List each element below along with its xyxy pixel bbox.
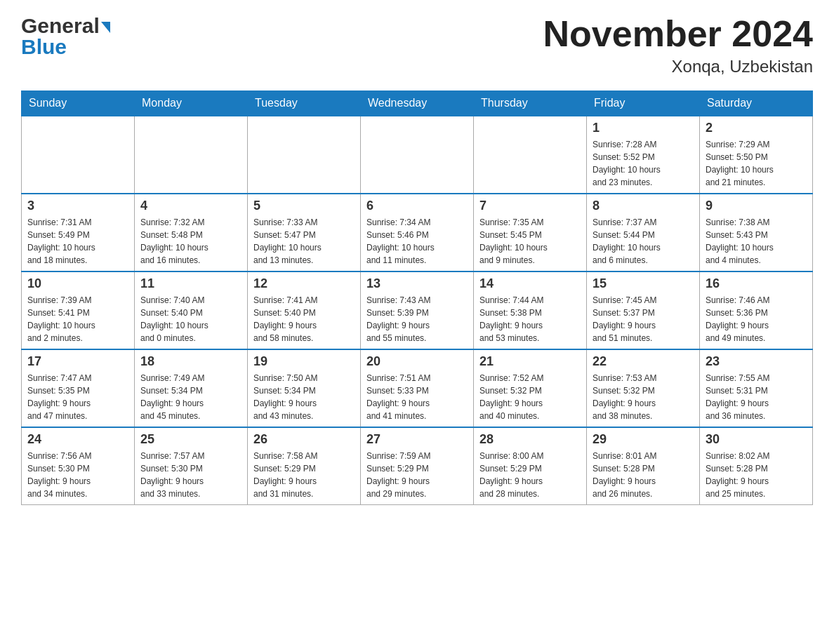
day-cell: 25Sunrise: 7:57 AM Sunset: 5:30 PM Dayli… — [135, 427, 248, 505]
day-info: Sunrise: 7:51 AM Sunset: 5:33 PM Dayligh… — [366, 372, 468, 422]
day-cell: 9Sunrise: 7:38 AM Sunset: 5:43 PM Daylig… — [700, 194, 813, 271]
weekday-header-sunday: Sunday — [22, 91, 135, 116]
day-number: 29 — [593, 432, 694, 447]
day-cell — [135, 116, 248, 194]
day-cell: 22Sunrise: 7:53 AM Sunset: 5:32 PM Dayli… — [587, 349, 700, 427]
day-cell: 14Sunrise: 7:44 AM Sunset: 5:38 PM Dayli… — [474, 271, 587, 349]
day-cell: 12Sunrise: 7:41 AM Sunset: 5:40 PM Dayli… — [248, 271, 361, 349]
day-cell: 28Sunrise: 8:00 AM Sunset: 5:29 PM Dayli… — [474, 427, 587, 505]
day-number: 4 — [140, 199, 241, 213]
weekday-header-monday: Monday — [135, 91, 248, 116]
week-row-3: 10Sunrise: 7:39 AM Sunset: 5:41 PM Dayli… — [22, 271, 813, 349]
weekday-header-wednesday: Wednesday — [361, 91, 474, 116]
title-area: November 2024 Xonqa, Uzbekistan — [543, 14, 813, 76]
day-info: Sunrise: 7:39 AM Sunset: 5:41 PM Dayligh… — [27, 294, 128, 344]
weekday-header-tuesday: Tuesday — [248, 91, 361, 116]
day-cell: 8Sunrise: 7:37 AM Sunset: 5:44 PM Daylig… — [587, 194, 700, 271]
day-info: Sunrise: 7:37 AM Sunset: 5:44 PM Dayligh… — [593, 216, 694, 267]
day-cell: 18Sunrise: 7:49 AM Sunset: 5:34 PM Dayli… — [135, 349, 248, 427]
day-info: Sunrise: 7:57 AM Sunset: 5:30 PM Dayligh… — [140, 450, 241, 500]
day-cell: 3Sunrise: 7:31 AM Sunset: 5:49 PM Daylig… — [22, 194, 135, 271]
day-cell — [361, 116, 474, 194]
day-cell: 19Sunrise: 7:50 AM Sunset: 5:34 PM Dayli… — [248, 349, 361, 427]
day-cell: 13Sunrise: 7:43 AM Sunset: 5:39 PM Dayli… — [361, 271, 474, 349]
day-info: Sunrise: 7:38 AM Sunset: 5:43 PM Dayligh… — [706, 216, 807, 267]
location-title: Xonqa, Uzbekistan — [543, 57, 813, 76]
day-info: Sunrise: 7:35 AM Sunset: 5:45 PM Dayligh… — [479, 216, 581, 267]
day-cell: 27Sunrise: 7:59 AM Sunset: 5:29 PM Dayli… — [361, 427, 474, 505]
day-number: 8 — [593, 199, 694, 213]
day-info: Sunrise: 7:55 AM Sunset: 5:31 PM Dayligh… — [706, 372, 807, 422]
day-info: Sunrise: 7:43 AM Sunset: 5:39 PM Dayligh… — [366, 294, 468, 344]
day-cell: 11Sunrise: 7:40 AM Sunset: 5:40 PM Dayli… — [135, 271, 248, 349]
day-number: 5 — [253, 199, 355, 213]
day-number: 13 — [366, 276, 468, 291]
day-cell: 29Sunrise: 8:01 AM Sunset: 5:28 PM Dayli… — [587, 427, 700, 505]
day-info: Sunrise: 7:28 AM Sunset: 5:52 PM Dayligh… — [593, 138, 694, 189]
day-number: 15 — [593, 276, 694, 291]
day-number: 18 — [140, 354, 241, 369]
day-info: Sunrise: 7:33 AM Sunset: 5:47 PM Dayligh… — [253, 216, 355, 267]
day-cell: 5Sunrise: 7:33 AM Sunset: 5:47 PM Daylig… — [248, 194, 361, 271]
day-cell: 21Sunrise: 7:52 AM Sunset: 5:32 PM Dayli… — [474, 349, 587, 427]
day-info: Sunrise: 7:44 AM Sunset: 5:38 PM Dayligh… — [479, 294, 581, 344]
day-info: Sunrise: 7:29 AM Sunset: 5:50 PM Dayligh… — [706, 138, 807, 189]
day-number: 25 — [140, 432, 241, 447]
logo: General Blue — [21, 14, 110, 59]
day-cell — [22, 116, 135, 194]
day-number: 7 — [479, 199, 581, 213]
weekday-header-saturday: Saturday — [700, 91, 813, 116]
day-cell: 2Sunrise: 7:29 AM Sunset: 5:50 PM Daylig… — [700, 116, 813, 194]
day-info: Sunrise: 7:46 AM Sunset: 5:36 PM Dayligh… — [706, 294, 807, 344]
day-cell: 15Sunrise: 7:45 AM Sunset: 5:37 PM Dayli… — [587, 271, 700, 349]
day-cell: 17Sunrise: 7:47 AM Sunset: 5:35 PM Dayli… — [22, 349, 135, 427]
day-cell: 10Sunrise: 7:39 AM Sunset: 5:41 PM Dayli… — [22, 271, 135, 349]
weekday-header-thursday: Thursday — [474, 91, 587, 116]
day-cell: 30Sunrise: 8:02 AM Sunset: 5:28 PM Dayli… — [700, 427, 813, 505]
day-number: 23 — [706, 354, 807, 369]
day-info: Sunrise: 7:34 AM Sunset: 5:46 PM Dayligh… — [366, 216, 468, 267]
day-info: Sunrise: 7:56 AM Sunset: 5:30 PM Dayligh… — [27, 450, 128, 500]
day-info: Sunrise: 7:47 AM Sunset: 5:35 PM Dayligh… — [27, 372, 128, 422]
day-number: 16 — [706, 276, 807, 291]
week-row-2: 3Sunrise: 7:31 AM Sunset: 5:49 PM Daylig… — [22, 194, 813, 271]
day-info: Sunrise: 7:40 AM Sunset: 5:40 PM Dayligh… — [140, 294, 241, 344]
day-number: 17 — [27, 354, 128, 369]
logo-general: General — [21, 14, 100, 38]
day-cell: 20Sunrise: 7:51 AM Sunset: 5:33 PM Dayli… — [361, 349, 474, 427]
day-cell: 24Sunrise: 7:56 AM Sunset: 5:30 PM Dayli… — [22, 427, 135, 505]
weekday-header-row: SundayMondayTuesdayWednesdayThursdayFrid… — [22, 91, 813, 116]
day-info: Sunrise: 7:41 AM Sunset: 5:40 PM Dayligh… — [253, 294, 355, 344]
day-cell: 4Sunrise: 7:32 AM Sunset: 5:48 PM Daylig… — [135, 194, 248, 271]
day-info: Sunrise: 8:02 AM Sunset: 5:28 PM Dayligh… — [706, 450, 807, 500]
week-row-4: 17Sunrise: 7:47 AM Sunset: 5:35 PM Dayli… — [22, 349, 813, 427]
day-cell: 16Sunrise: 7:46 AM Sunset: 5:36 PM Dayli… — [700, 271, 813, 349]
day-number: 2 — [706, 121, 807, 135]
day-info: Sunrise: 7:49 AM Sunset: 5:34 PM Dayligh… — [140, 372, 241, 422]
day-number: 24 — [27, 432, 128, 447]
day-info: Sunrise: 7:31 AM Sunset: 5:49 PM Dayligh… — [27, 216, 128, 267]
day-info: Sunrise: 7:45 AM Sunset: 5:37 PM Dayligh… — [593, 294, 694, 344]
day-info: Sunrise: 8:01 AM Sunset: 5:28 PM Dayligh… — [593, 450, 694, 500]
week-row-1: 1Sunrise: 7:28 AM Sunset: 5:52 PM Daylig… — [22, 116, 813, 194]
day-cell — [248, 116, 361, 194]
day-number: 11 — [140, 276, 241, 291]
day-info: Sunrise: 7:58 AM Sunset: 5:29 PM Dayligh… — [253, 450, 355, 500]
day-number: 27 — [366, 432, 468, 447]
day-info: Sunrise: 7:32 AM Sunset: 5:48 PM Dayligh… — [140, 216, 241, 267]
calendar-table: SundayMondayTuesdayWednesdayThursdayFrid… — [21, 90, 813, 505]
day-number: 26 — [253, 432, 355, 447]
day-number: 30 — [706, 432, 807, 447]
weekday-header-friday: Friday — [587, 91, 700, 116]
day-number: 22 — [593, 354, 694, 369]
day-number: 21 — [479, 354, 581, 369]
day-info: Sunrise: 7:53 AM Sunset: 5:32 PM Dayligh… — [593, 372, 694, 422]
month-title: November 2024 — [543, 14, 813, 54]
day-cell — [474, 116, 587, 194]
day-number: 14 — [479, 276, 581, 291]
week-row-5: 24Sunrise: 7:56 AM Sunset: 5:30 PM Dayli… — [22, 427, 813, 505]
header: General Blue November 2024 Xonqa, Uzbeki… — [21, 14, 813, 76]
day-cell: 26Sunrise: 7:58 AM Sunset: 5:29 PM Dayli… — [248, 427, 361, 505]
day-cell: 7Sunrise: 7:35 AM Sunset: 5:45 PM Daylig… — [474, 194, 587, 271]
day-info: Sunrise: 8:00 AM Sunset: 5:29 PM Dayligh… — [479, 450, 581, 500]
